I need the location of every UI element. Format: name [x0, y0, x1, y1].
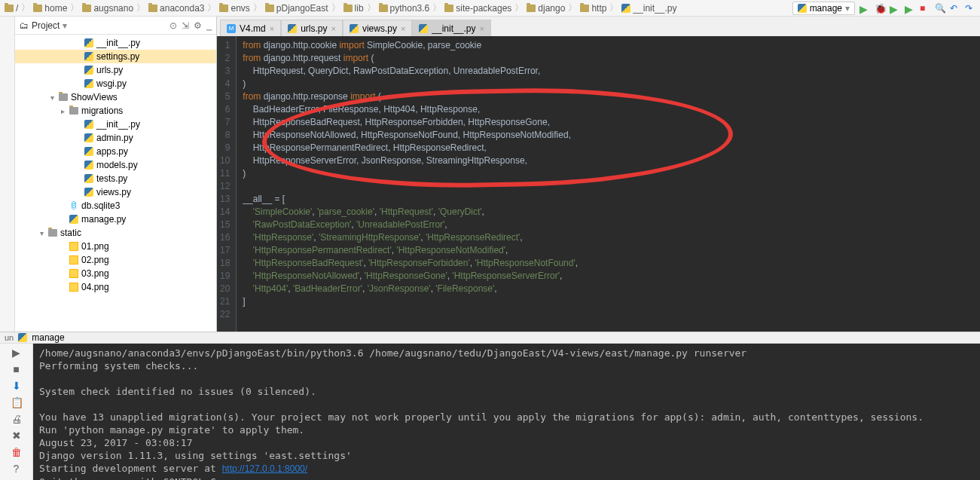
stop-button[interactable]: ■ — [920, 3, 930, 14]
breadcrumb-item[interactable]: / — [3, 2, 20, 14]
tree-item[interactable]: 04.png — [15, 280, 216, 294]
project-tree[interactable]: __init__.pysettings.pyurls.pywsgi.py▾Sho… — [15, 35, 216, 332]
python-icon — [84, 133, 93, 142]
folder-icon — [33, 5, 42, 12]
console-output[interactable]: /home/augsnano/anaconda3/envs/pDjangoEas… — [33, 344, 980, 480]
run-panel: un manage ▶ ■ ⬇ 📋 🖨 ✖ 🗑 ? /home/augsnano… — [0, 332, 980, 480]
folder-icon — [48, 229, 57, 237]
tree-item[interactable]: 🛢db.sqlite3 — [15, 199, 216, 212]
tree-item[interactable]: 03.png — [15, 267, 216, 280]
breadcrumb-item[interactable]: django — [525, 2, 566, 14]
close-tab-icon[interactable]: × — [479, 24, 484, 33]
run-tab-label[interactable]: manage — [32, 332, 64, 343]
python-icon — [419, 24, 428, 33]
tree-item[interactable]: admin.py — [15, 131, 216, 145]
breadcrumb-item[interactable]: anaconda3 — [147, 2, 206, 14]
tree-item[interactable]: __init__.py — [15, 118, 216, 131]
help-button[interactable]: ? — [11, 463, 23, 475]
close-tab-icon[interactable]: × — [401, 24, 405, 33]
tree-item[interactable]: settings.py — [15, 50, 216, 63]
left-gutter-bar[interactable] — [0, 17, 15, 332]
tree-item[interactable]: views.py — [15, 185, 216, 199]
forward-icon[interactable]: ↷ — [965, 3, 975, 14]
tree-item[interactable]: models.py — [15, 158, 216, 172]
python-icon — [84, 38, 93, 47]
folder-icon — [5, 5, 14, 12]
python-icon — [84, 52, 93, 61]
python-icon — [84, 79, 93, 88]
tree-item-label: __init__.py — [96, 38, 140, 48]
editor-tab[interactable]: urls.py× — [281, 20, 343, 37]
tree-item[interactable]: apps.py — [15, 145, 216, 158]
editor-tab[interactable]: __init__.py× — [412, 20, 490, 37]
tree-item[interactable]: wsgi.py — [15, 77, 216, 90]
stop-process-button[interactable]: ■ — [11, 363, 23, 375]
code-content[interactable]: from django.http.cookie import SimpleCoo… — [236, 36, 980, 332]
chevron-down-icon[interactable]: ▾ — [63, 20, 67, 31]
trash-button[interactable]: 🗑 — [11, 446, 23, 458]
folder-icon — [148, 5, 157, 12]
close-tab-icon[interactable]: × — [331, 24, 335, 33]
tree-arrow-icon[interactable]: ▾ — [38, 229, 45, 237]
tree-arrow-icon[interactable]: ▾ — [48, 93, 56, 102]
collapse-icon[interactable]: ⊙ — [169, 20, 177, 31]
folder-icon — [265, 5, 274, 12]
tree-item[interactable]: ▸migrations — [15, 104, 216, 118]
run-config-label: manage — [810, 3, 842, 14]
breadcrumb-item[interactable]: python3.6 — [377, 2, 432, 14]
tree-item[interactable]: tests.py — [15, 172, 216, 185]
breadcrumb-item[interactable]: augsnano — [81, 2, 135, 14]
line-gutter: 12345678910111213141516171819202122 — [217, 36, 236, 332]
tree-item-label: 02.png — [81, 255, 109, 265]
tree-item-label: models.py — [96, 160, 138, 170]
python-icon — [84, 147, 93, 156]
python-icon — [798, 4, 807, 13]
run-config-selector[interactable]: manage ▾ — [792, 2, 855, 15]
clear-button[interactable]: ✖ — [11, 430, 23, 442]
folder-icon — [69, 107, 78, 115]
tree-item[interactable]: ▾static — [15, 226, 216, 240]
back-icon[interactable]: ↶ — [950, 3, 960, 14]
tree-arrow-icon[interactable]: ▸ — [59, 107, 66, 115]
breadcrumb-item[interactable]: __init__.py — [620, 2, 678, 14]
tree-item-label: 03.png — [81, 268, 109, 279]
tree-item[interactable]: manage.py — [15, 212, 216, 226]
breadcrumb-item[interactable]: envs — [218, 2, 251, 14]
down-button[interactable]: ⬇ — [11, 380, 23, 392]
tree-item-label: 04.png — [81, 282, 109, 292]
tree-item[interactable]: 02.png — [15, 253, 216, 267]
toggle-soft-wrap-button[interactable]: 📋 — [11, 396, 23, 408]
image-icon — [69, 242, 78, 251]
python-icon — [84, 66, 93, 75]
project-tool-title[interactable]: 🗂 Project ▾ — [20, 20, 67, 31]
close-tab-icon[interactable]: × — [270, 24, 274, 33]
breadcrumb-item[interactable]: home — [32, 2, 69, 14]
breadcrumb-item[interactable]: pDjangoEast — [264, 2, 330, 14]
print-button[interactable]: 🖨 — [11, 413, 23, 425]
search-icon[interactable]: 🔍 — [935, 3, 945, 14]
tree-item[interactable]: __init__.py — [15, 36, 216, 50]
python-icon — [84, 188, 93, 197]
rerun-button[interactable]: ▶ — [11, 347, 23, 359]
tree-item[interactable]: urls.py — [15, 63, 216, 77]
tree-item[interactable]: 01.png — [15, 240, 216, 253]
folder-icon — [580, 5, 589, 12]
run-button[interactable]: ▶ — [859, 3, 870, 14]
expand-icon[interactable]: ⇲ — [182, 20, 189, 31]
editor-tab[interactable]: MV4.md× — [220, 20, 281, 37]
tab-label: V4.md — [240, 23, 266, 34]
tree-item-label: manage.py — [81, 214, 126, 225]
gear-icon[interactable]: ⚙ — [194, 20, 202, 31]
tree-item[interactable]: ▾ShowViews — [15, 90, 216, 104]
profile-button[interactable]: ▶ — [905, 3, 915, 14]
tree-item-label: tests.py — [96, 173, 127, 184]
debug-button[interactable]: 🐞 — [875, 3, 885, 14]
editor-tab[interactable]: views.py× — [343, 20, 412, 37]
breadcrumb-item[interactable]: lib — [342, 2, 365, 14]
breadcrumb-item[interactable]: http — [579, 2, 608, 14]
breadcrumb-item[interactable]: site-packages — [443, 2, 513, 14]
run-coverage-button[interactable]: ▶ — [890, 3, 900, 14]
code-editor[interactable]: 12345678910111213141516171819202122 from… — [217, 36, 980, 332]
hide-icon[interactable]: ⎯ — [206, 20, 212, 31]
python-icon — [288, 24, 297, 33]
